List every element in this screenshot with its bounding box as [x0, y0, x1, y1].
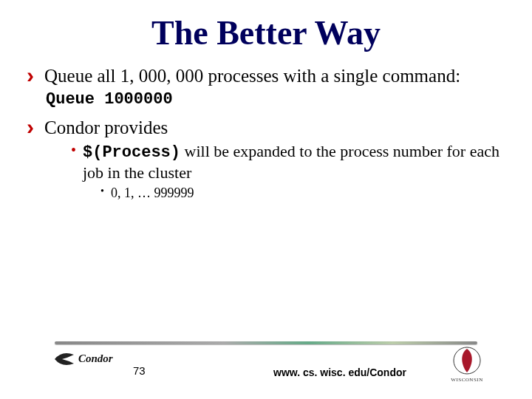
content-list: Queue all 1, 000, 000 processes with a s…: [22, 64, 510, 87]
page-number: 73: [133, 364, 146, 377]
bullet-text: Queue all 1, 000, 000 processes with a s…: [44, 66, 460, 86]
bullet-condor-provides: Condor provides $(Process) will be expan…: [27, 116, 510, 201]
content-list-2: Condor provides $(Process) will be expan…: [22, 116, 510, 201]
sublist: $(Process) will be expanded to the proce…: [44, 141, 510, 202]
slide-title: The Better Way: [22, 13, 510, 52]
bullet-queue-all: Queue all 1, 000, 000 processes with a s…: [27, 64, 510, 87]
subsublist: 0, 1, … 999999: [83, 185, 510, 202]
footer-divider: [55, 341, 477, 344]
subbullet-process: $(Process) will be expanded to the proce…: [71, 141, 510, 202]
wisconsin-logo-text: WISCONSIN: [451, 377, 482, 383]
process-macro: $(Process): [83, 143, 180, 162]
subsub-numbers: 0, 1, … 999999: [100, 185, 510, 202]
footer-url: www. cs. wisc. edu/Condor: [273, 366, 406, 378]
code-queue-command: Queue 1000000: [46, 90, 510, 109]
wisconsin-logo: WISCONSIN: [448, 344, 486, 383]
bullet-text: Condor provides: [44, 117, 168, 137]
slide: The Better Way Queue all 1, 000, 000 pro…: [0, 0, 532, 399]
